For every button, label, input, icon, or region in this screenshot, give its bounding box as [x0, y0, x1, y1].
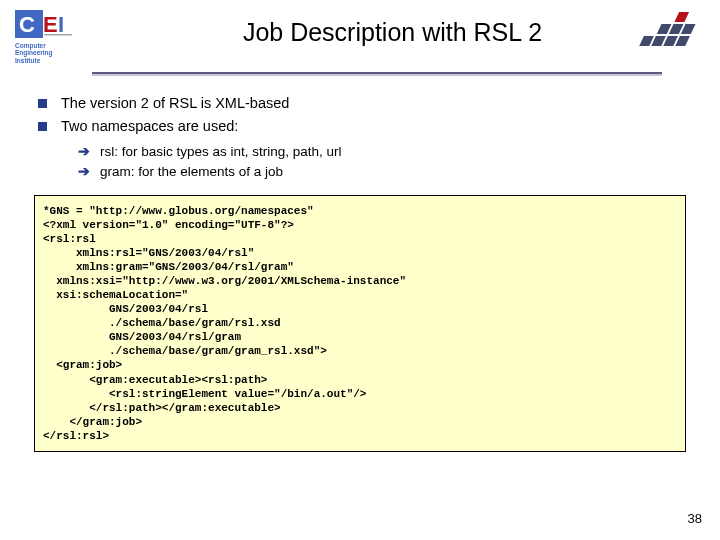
logo-line1: Computer [15, 42, 80, 49]
sub-bullet-item: ➔ rsl: for basic types as int, string, p… [78, 143, 680, 161]
title-area: Job Description with RSL 2 [80, 10, 705, 47]
svg-rect-7 [669, 24, 684, 34]
content: The version 2 of RSL is XML-based Two na… [0, 76, 720, 180]
bullet-item: The version 2 of RSL is XML-based [38, 94, 680, 114]
sub-bullet-text: rsl: for basic types as int, string, pat… [100, 143, 342, 161]
page-number: 38 [688, 511, 702, 526]
code-block: *GNS = "http://www.globus.org/namespaces… [34, 195, 686, 452]
arrow-icon: ➔ [78, 163, 90, 179]
bullet-text: The version 2 of RSL is XML-based [61, 94, 289, 114]
logo-line2: Engineering [15, 49, 80, 56]
svg-rect-5 [674, 12, 689, 22]
header: C E I Computer Engineering Institute Job… [0, 0, 720, 64]
arrow-icon: ➔ [78, 143, 90, 159]
svg-rect-9 [639, 36, 654, 46]
square-bullet-icon [38, 122, 47, 131]
logo-text: Computer Engineering Institute [15, 42, 80, 64]
svg-text:E: E [43, 12, 58, 37]
sub-list: ➔ rsl: for basic types as int, string, p… [78, 143, 680, 181]
square-bullet-icon [38, 99, 47, 108]
logo: C E I Computer Engineering Institute [15, 10, 80, 64]
svg-rect-10 [651, 36, 666, 46]
page-title: Job Description with RSL 2 [80, 18, 705, 47]
bullet-text: Two namespaces are used: [61, 117, 238, 137]
logo-line3: Institute [15, 57, 80, 64]
sub-bullet-text: gram: for the elements of a job [100, 163, 283, 181]
logo-mark: C E I [15, 10, 80, 40]
bullet-item: Two namespaces are used: [38, 117, 680, 137]
svg-text:C: C [19, 12, 35, 37]
corner-decor-icon [630, 10, 705, 64]
svg-rect-11 [663, 36, 678, 46]
svg-text:I: I [58, 12, 64, 37]
svg-rect-6 [657, 24, 672, 34]
sub-bullet-item: ➔ gram: for the elements of a job [78, 163, 680, 181]
svg-rect-4 [44, 34, 72, 36]
svg-rect-8 [681, 24, 696, 34]
svg-rect-12 [675, 36, 690, 46]
